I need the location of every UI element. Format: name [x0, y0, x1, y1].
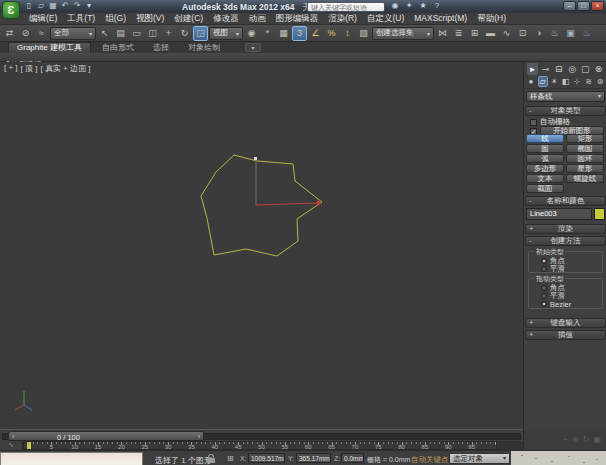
rollout-interpolation[interactable]: + 插值 — [525, 330, 606, 340]
next-frame-icon[interactable]: › — [198, 433, 200, 440]
rollout-keyboard-entry[interactable]: + 键盘输入 — [525, 318, 606, 328]
button-helix[interactable]: 螺旋线 — [566, 174, 604, 183]
viewport-canvas[interactable] — [0, 62, 523, 429]
button-ellipse[interactable]: 椭圆 — [566, 144, 604, 153]
y-coordinate-field[interactable]: 365.17mm — [296, 453, 331, 463]
infocenter-search-input[interactable] — [307, 2, 385, 12]
radio-initial-corner[interactable]: 角点 — [529, 257, 602, 265]
select-and-link-icon[interactable]: ⇄ — [2, 26, 17, 41]
window-crossing-icon[interactable]: ◫ — [145, 26, 160, 41]
rollout-object-type[interactable]: - 对象类型 — [525, 106, 606, 116]
rendered-frame-window-icon[interactable]: ▣ — [563, 26, 578, 41]
selection-lock-icon[interactable] — [207, 458, 215, 463]
graphite-ribbon-toggle-icon[interactable]: ▬ — [483, 26, 498, 41]
rollout-rendering[interactable]: + 渲染 — [525, 224, 606, 234]
search-binoculars-icon[interactable]: ◉ — [390, 1, 400, 11]
app-button[interactable]: Ɛ — [2, 1, 20, 19]
display-tab-icon[interactable]: ▢ — [580, 63, 591, 75]
autogrid-checkbox[interactable] — [530, 119, 537, 126]
select-and-manipulate-icon[interactable]: * — [260, 26, 275, 41]
select-and-rotate-icon[interactable]: ↻ — [177, 26, 192, 41]
object-name-field[interactable]: Line003 — [526, 208, 592, 220]
layer-manager-icon[interactable]: ⊞ — [467, 26, 482, 41]
use-pivot-point-center-icon[interactable]: ◉ — [244, 26, 259, 41]
shapes-category-icon[interactable]: ▱ — [538, 76, 548, 87]
menu-edit[interactable]: 编辑(E) — [24, 13, 62, 24]
geometry-category-icon[interactable]: ● — [526, 76, 536, 87]
save-file-icon[interactable]: ▦ — [48, 1, 58, 11]
reference-coordinate-dropdown[interactable]: 视图▾ — [209, 27, 243, 40]
button-section[interactable]: 截面 — [526, 184, 564, 193]
mirror-icon[interactable]: ⋈ — [435, 26, 450, 41]
radio-drag-bezier[interactable]: Bezier — [529, 300, 602, 308]
keyboard-shortcut-override-icon[interactable]: ▦ — [276, 26, 291, 41]
open-file-icon[interactable]: ▱ — [36, 1, 46, 11]
x-coordinate-field[interactable]: 1009.517mm — [248, 453, 285, 463]
time-slider-handle[interactable]: ‹ 0 / 100 › — [8, 431, 204, 441]
radio-initial-smooth[interactable]: 平滑 — [529, 265, 602, 273]
menu-views[interactable]: 视图(V) — [131, 13, 169, 24]
percent-snap-icon[interactable]: % — [324, 26, 339, 41]
viewport-menu-shading[interactable]: [ 真实 + 边面 ] — [40, 63, 90, 74]
maximize-viewport-icon[interactable]: ▣ — [593, 435, 601, 444]
rollout-name-and-color[interactable]: - 名称和颜色 — [525, 196, 606, 206]
unlink-selection-icon[interactable]: ⊘ — [18, 26, 33, 41]
minimize-button[interactable]: – — [563, 1, 576, 11]
select-and-move-icon[interactable]: + — [161, 26, 176, 41]
redo-icon[interactable]: ↷ — [72, 1, 82, 11]
menu-graph-editors[interactable]: 图形编辑器 — [271, 13, 324, 24]
schematic-view-icon[interactable]: ⊡ — [515, 26, 530, 41]
hierarchy-tab-icon[interactable]: ⊟ — [553, 63, 564, 75]
selection-filter-dropdown[interactable]: 全部▾ — [50, 27, 96, 40]
cameras-category-icon[interactable]: ◧ — [561, 76, 571, 87]
track-ruler[interactable]: 5101520253035404550556065707580859095 — [23, 441, 497, 450]
systems-category-icon[interactable]: ⊛ — [595, 76, 605, 87]
tab-freeform[interactable]: 自由形式 — [94, 43, 142, 53]
render-setup-icon[interactable]: ♨ — [547, 26, 562, 41]
menu-modifiers[interactable]: 修改器 — [208, 13, 244, 24]
radio-drag-corner[interactable]: 角点 — [529, 284, 602, 292]
motion-tab-icon[interactable]: ◎ — [567, 63, 578, 75]
orbit-view-icon[interactable]: ↻ — [583, 435, 590, 444]
tab-graphite-modeling-tools[interactable]: Graphite 建模工具 — [8, 42, 91, 53]
qat-dropdown-icon[interactable]: ▾ — [84, 1, 94, 11]
create-tab-icon[interactable]: ▸ — [527, 63, 538, 75]
maxscript-mini-listener[interactable] — [0, 452, 143, 465]
menu-maxscript[interactable]: MAXScript(M) — [409, 13, 472, 24]
undo-icon[interactable]: ↶ — [60, 1, 70, 11]
snaps-toggle-3d-icon[interactable]: 3 — [292, 26, 307, 41]
utilities-tab-icon[interactable]: ⊗ — [593, 63, 604, 75]
spline-type-dropdown[interactable]: 样条线 ▾ — [526, 91, 605, 102]
curve-editor-icon[interactable]: ∿ — [499, 26, 514, 41]
button-arc[interactable]: 弧 — [526, 154, 564, 163]
mini-curve-editor-button[interactable]: ∿ — [0, 441, 23, 450]
select-by-name-icon[interactable]: ▤ — [113, 26, 128, 41]
ribbon-minimize-icon[interactable]: ▾ — [245, 43, 261, 52]
new-scene-icon[interactable]: ▯ — [24, 1, 34, 11]
spline-shape[interactable] — [201, 155, 322, 256]
rectangular-selection-region-icon[interactable]: ▭ — [129, 26, 144, 41]
helpers-category-icon[interactable]: ⊹ — [572, 76, 582, 87]
menu-rendering[interactable]: 渲染(R) — [323, 13, 362, 24]
angle-snap-icon[interactable]: ∠ — [308, 26, 323, 41]
button-text[interactable]: 文本 — [526, 174, 564, 183]
key-filter-dropdown[interactable]: 选定对象 ▾ — [449, 453, 510, 464]
menu-help[interactable]: 帮助(H) — [472, 13, 511, 24]
pan-view-icon[interactable]: + — [563, 435, 568, 444]
menu-group[interactable]: 组(G) — [100, 13, 131, 24]
button-rectangle[interactable]: 矩形 — [566, 134, 604, 143]
named-selection-sets-dropdown[interactable]: 创建选择集▾ — [372, 27, 434, 40]
button-ngon[interactable]: 多边形 — [526, 164, 564, 173]
tab-object-paint[interactable]: 对象绘制 — [180, 43, 228, 53]
button-star[interactable]: 星形 — [566, 164, 604, 173]
viewport-top[interactable]: [ + ] [ 顶 ] [ 真实 + 边面 ] — [0, 62, 523, 429]
subscription-center-icon[interactable]: ✦ — [404, 1, 414, 11]
spinner-snap-icon[interactable]: ↕ — [340, 26, 355, 41]
select-and-scale-icon[interactable]: ◲ — [193, 26, 208, 41]
object-color-swatch[interactable] — [594, 208, 605, 220]
lights-category-icon[interactable]: ☀ — [549, 76, 559, 87]
button-circle[interactable]: 圆 — [526, 144, 564, 153]
render-production-icon[interactable]: ♨ — [579, 26, 594, 41]
button-line[interactable]: 线 — [526, 134, 564, 143]
help-icon[interactable]: ? — [432, 1, 442, 11]
